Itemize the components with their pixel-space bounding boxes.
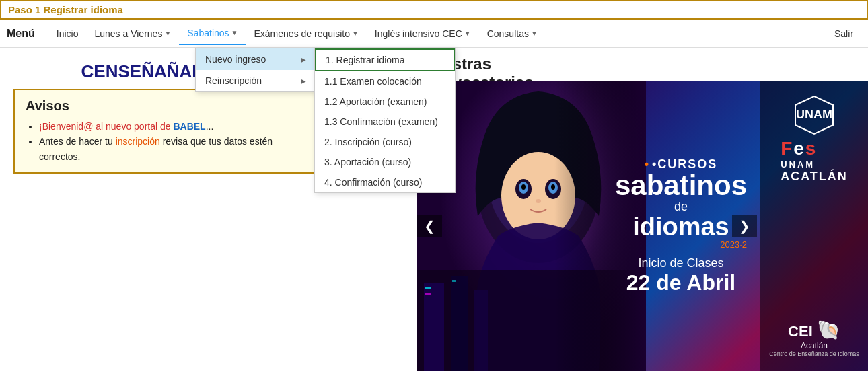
- submenu-confirmacion-examen[interactable]: 1.3 Confirmación (examen): [315, 112, 455, 132]
- banner-image: ❮ ••CURSOS sabatinos de idiomas 2023·2 I…: [417, 81, 868, 371]
- nav-salir[interactable]: Salir: [826, 23, 861, 44]
- aviso-item-2: Antes de hacer tu inscripción revisa que…: [39, 134, 311, 164]
- aviso-inscripcion: inscripción: [116, 136, 160, 147]
- dropdown-sabatinos: Nuevo ingreso ▶ Reinscripción ▶: [195, 48, 316, 92]
- caret-sabatinos: ▼: [231, 29, 238, 36]
- fes-letters: F e s: [781, 138, 848, 159]
- nav-lunes-viernes[interactable]: Lunes a Viernes ▼: [86, 23, 179, 44]
- acatlan-text: ACATLÁN: [781, 170, 848, 184]
- avisos-box: Avisos ¡Bienvenid@ al nuevo portal de BA…: [13, 89, 323, 174]
- cei-logo-text: CEI 🐚: [769, 319, 859, 341]
- fes-logo-area: UNAM F e s UNAM ACATLÁN: [781, 95, 848, 184]
- nav-sabatinos[interactable]: Sabatinos ▼: [179, 22, 246, 45]
- banner-text-area: ••CURSOS sabatinos de idiomas 2023·2 Ini…: [615, 157, 747, 295]
- aviso-babel: BABEL: [173, 121, 205, 132]
- submenu-inscripcion-curso[interactable]: 2. Inscripción (curso): [315, 132, 455, 152]
- spiral-icon: 🐚: [817, 320, 840, 340]
- step-text: Paso 1 Registrar idioma: [8, 4, 123, 15]
- submenu-aportacion-curso[interactable]: 3. Aportación (curso): [315, 152, 455, 172]
- caret-consultas: ▼: [531, 30, 538, 37]
- aviso-item-1: ¡Bienvenid@ al nuevo portal de BABEL...: [39, 119, 311, 134]
- step-banner: Paso 1 Registrar idioma: [0, 0, 868, 20]
- arrow-nuevo-ingreso: ▶: [301, 56, 306, 63]
- carousel-prev-button[interactable]: ❮: [417, 215, 442, 237]
- banner-inicio-label: Inicio de Clases: [615, 256, 747, 270]
- nav-ingles-intensivo[interactable]: Inglés intensivo CEC ▼: [367, 23, 479, 44]
- unam-shield-icon: UNAM: [794, 95, 834, 135]
- nav-examenes-requisito[interactable]: Exámenes de requisito ▼: [246, 23, 367, 44]
- caret-examenes: ▼: [352, 30, 359, 37]
- heading-nanza: NSEÑA: [106, 61, 167, 81]
- dropdown-reinscripcion[interactable]: Reinscripción ▶: [196, 70, 316, 91]
- arrow-reinscripcion: ▶: [301, 77, 306, 85]
- cei-acatlan-text: Acatlán: [769, 341, 859, 350]
- banner-idiomas-label: idiomas: [615, 214, 747, 239]
- submenu-registrar-idioma[interactable]: 1. Registrar idioma: [315, 48, 455, 71]
- submenu-confirmacion-curso[interactable]: 4. Confirmación (curso): [315, 172, 455, 192]
- banner-sabatinos-label: sabatinos: [615, 172, 747, 200]
- caret-lunes-viernes: ▼: [164, 30, 171, 37]
- unam-text: UNAM: [781, 159, 848, 170]
- fes-logo-decoration: UNAM: [781, 95, 848, 138]
- banner-date-label: 22 de Abril: [615, 270, 747, 295]
- avisos-list: ¡Bienvenid@ al nuevo portal de BABEL... …: [26, 119, 311, 164]
- submenu-examen-colocacion[interactable]: 1.1 Examen colocación: [315, 71, 455, 91]
- cei-logo-area: CEI 🐚 Acatlán Centro de Enseñanza de Idi…: [769, 319, 859, 357]
- nav-inicio[interactable]: Inicio: [48, 23, 87, 44]
- cei-subtitle-text: Centro de Enseñanza de Idiomas: [769, 350, 859, 357]
- caret-ingles: ▼: [464, 30, 471, 37]
- banner-de-label: de: [615, 200, 747, 214]
- banner-year-label: 2023·2: [615, 239, 747, 250]
- banner-right-panel: UNAM F e s UNAM ACATLÁN CEI 🐚 Acatlá: [760, 81, 868, 371]
- nav-consultas[interactable]: Consultas ▼: [479, 23, 546, 44]
- menu-label: Menú: [7, 28, 35, 40]
- submenu-aportacion-examen[interactable]: 1.2 Aportación (examen): [315, 91, 455, 112]
- aviso-bienvenido: ¡Bienvenid@ al nuevo portal de: [39, 121, 173, 132]
- dropdown-nuevo-ingreso[interactable]: Nuevo ingreso ▶: [196, 48, 316, 70]
- carousel-next-button[interactable]: ❯: [732, 215, 757, 237]
- svg-text:UNAM: UNAM: [796, 108, 832, 121]
- avisos-title: Avisos: [26, 98, 311, 114]
- submenu-nuevo-ingreso: 1. Registrar idioma 1.1 Examen colocació…: [314, 48, 456, 193]
- navbar: Menú Inicio Lunes a Viernes ▼ Sabatinos …: [0, 20, 868, 48]
- heading-ce: CE: [81, 61, 106, 81]
